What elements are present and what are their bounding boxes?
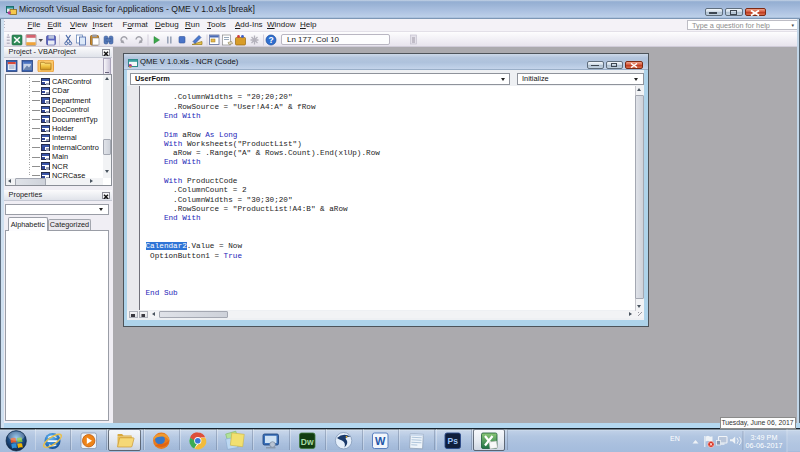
svg-text:W: W (375, 435, 386, 447)
svg-text:Ps: Ps (448, 436, 459, 446)
svg-text:Dw: Dw (301, 436, 314, 446)
svg-text:?: ? (268, 35, 273, 45)
